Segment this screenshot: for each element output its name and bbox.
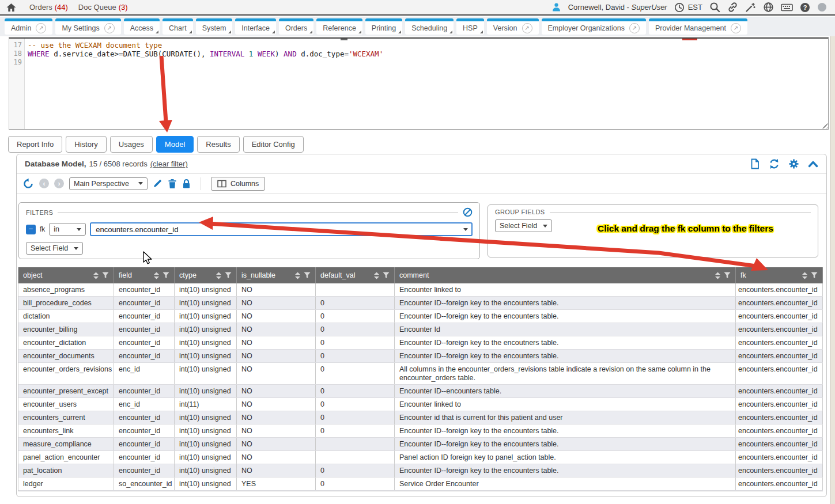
table-row-encounter-billing[interactable]: encounter_billingencounter_idint(10) uns…	[18, 323, 823, 336]
filter-funnel-icon[interactable]	[811, 272, 818, 279]
help-icon[interactable]: ?	[800, 2, 810, 13]
table-row-encounter-present-except[interactable]: encounter_present_exceptencounter_idint(…	[18, 385, 823, 398]
clock-icon[interactable]	[674, 2, 685, 13]
table-row-encounters-current[interactable]: encounters_currentencounter_idint(10) un…	[18, 411, 823, 425]
sort-icon[interactable]	[373, 272, 380, 279]
link-icon[interactable]	[727, 2, 738, 13]
column-header-ctype[interactable]: ctype	[175, 267, 237, 283]
table-row-absence-programs[interactable]: absence_programsencounter_idint(10) unsi…	[18, 283, 823, 297]
input-dropdown-caret[interactable]	[463, 228, 468, 231]
sort-icon[interactable]	[93, 272, 99, 279]
add-filter-field-select[interactable]: Select Field	[26, 242, 83, 255]
table-row-encounter-dictation[interactable]: encounter_dictationencounter_idint(10) u…	[18, 336, 823, 350]
filter-funnel-icon[interactable]	[383, 272, 390, 279]
nav-tab-orders[interactable]: Orders	[279, 18, 313, 35]
cell-is-nullable: NO	[237, 297, 316, 309]
filter-funnel-icon[interactable]	[304, 272, 311, 279]
nav-tab-access[interactable]: Access	[124, 18, 160, 35]
filter-operator-select[interactable]: in	[49, 223, 86, 236]
external-link-icon[interactable]: ↗	[104, 23, 115, 33]
filter-funnel-icon[interactable]	[163, 272, 169, 279]
clear-filter-link[interactable]: (clear filter)	[150, 160, 188, 168]
user-name[interactable]: Cornewell, David - SuperUser	[568, 3, 667, 12]
tab-report-info[interactable]: Report Info	[8, 136, 62, 153]
tab-model[interactable]: Model	[156, 136, 194, 153]
table-row-ledger[interactable]: ledgerso_encounter_idint(10) unsignedYES…	[18, 478, 823, 491]
external-link-icon[interactable]: ↗	[731, 23, 741, 33]
cell-field: encounter_id	[114, 385, 175, 397]
column-header-field[interactable]: field	[114, 267, 175, 283]
lock-icon[interactable]	[182, 179, 191, 189]
editor-code[interactable]: -- use the WCEXAM document typeWHERE d.s…	[25, 39, 828, 129]
sql-editor[interactable]: 171819 -- use the WCEXAM document typeWH…	[9, 37, 829, 130]
perspective-select[interactable]: Main Perspective	[69, 177, 148, 190]
group-field-select[interactable]: Select Field	[495, 219, 552, 232]
columns-button[interactable]: Columns	[211, 177, 265, 191]
tab-editor-config[interactable]: Editor Config	[243, 136, 304, 153]
delete-trash-icon[interactable]	[168, 179, 177, 189]
filter-funnel-icon[interactable]	[225, 272, 232, 279]
table-row-panel-action-encounter[interactable]: panel_action_encounterencounter_idint(10…	[18, 451, 823, 464]
nav-tab-provider-management[interactable]: Provider Management↗	[649, 18, 747, 35]
sort-icon[interactable]	[715, 272, 721, 279]
nav-tab-employer-organizations[interactable]: Employer Organizations↗	[542, 18, 646, 35]
table-row-bill-procedure-codes[interactable]: bill_procedure_codesencounter_idint(10) …	[18, 297, 823, 310]
queue-link-doc-queue[interactable]: Doc Queue (3)	[78, 3, 128, 12]
clear-filters-icon[interactable]	[463, 207, 473, 217]
column-header-is-nullable[interactable]: is_nullable	[237, 267, 316, 283]
nav-tab-my-settings[interactable]: My Settings↗	[55, 18, 120, 35]
cell-field: encounter_id	[114, 451, 175, 464]
cell-fk: encounters.encounter_id	[736, 411, 823, 424]
globe-icon[interactable]	[763, 2, 774, 13]
sort-icon[interactable]	[216, 272, 222, 279]
edit-pencil-icon[interactable]	[153, 179, 163, 188]
nav-tab-system[interactable]: System	[196, 18, 233, 35]
tab-history[interactable]: History	[66, 136, 106, 153]
refresh-icon[interactable]	[769, 158, 780, 169]
remove-filter-button[interactable]: −	[26, 225, 36, 234]
external-link-icon[interactable]: ↗	[522, 23, 532, 33]
table-row-measure-compliance[interactable]: measure_complianceencounter_idint(10) un…	[18, 438, 823, 451]
filter-funnel-icon[interactable]	[102, 272, 109, 279]
tab-results[interactable]: Results	[197, 136, 239, 153]
nav-tab-hsp[interactable]: HSP	[456, 18, 484, 35]
external-link-icon[interactable]: ↗	[629, 23, 640, 33]
table-row-encounters-link[interactable]: encounters_linkencounter_idint(10) unsig…	[18, 425, 823, 438]
cell-is-nullable: NO	[237, 310, 316, 323]
column-header-comment[interactable]: comment	[395, 267, 736, 283]
nav-tab-reference[interactable]: Reference	[316, 18, 362, 35]
table-row-encounter-orders-revisions[interactable]: encounter_orders_revisionsenc_idint(10) …	[18, 363, 823, 385]
column-label: comment	[399, 271, 712, 279]
tab-usages[interactable]: Usages	[110, 136, 153, 153]
undo-icon[interactable]	[22, 178, 34, 190]
nav-tab-chart[interactable]: Chart	[163, 18, 193, 35]
keyboard-icon[interactable]	[781, 3, 793, 12]
column-header-object[interactable]: object	[18, 267, 114, 283]
document-icon[interactable]	[750, 158, 760, 169]
filter-funnel-icon[interactable]	[724, 272, 731, 279]
table-row-encounter-documents[interactable]: encounter_documentsencounter_idint(10) u…	[18, 350, 823, 363]
history-forward-button[interactable]: ›	[54, 179, 64, 188]
sort-icon[interactable]	[153, 272, 160, 279]
sort-icon[interactable]	[802, 272, 808, 279]
table-row-encounter-users[interactable]: encounter_usersenc_idint(11)NO0Encounter…	[18, 398, 823, 411]
column-header-fk[interactable]: fk	[736, 267, 823, 283]
queue-link-orders[interactable]: Orders (44)	[29, 3, 68, 12]
history-back-button[interactable]: ‹	[39, 179, 49, 188]
external-link-icon[interactable]: ↗	[36, 23, 46, 33]
sort-icon[interactable]	[294, 272, 301, 279]
home-icon[interactable]	[6, 2, 17, 13]
nav-tab-admin[interactable]: Admin↗	[5, 18, 52, 35]
gear-icon[interactable]	[788, 158, 799, 169]
filter-value-input[interactable]	[90, 222, 473, 236]
collapse-chevron-icon[interactable]	[808, 160, 818, 168]
table-row-pat-location[interactable]: pat_locationencounter_idint(10) unsigned…	[18, 464, 823, 478]
nav-tab-printing[interactable]: Printing	[365, 18, 402, 35]
search-icon[interactable]	[709, 2, 720, 13]
nav-tab-version[interactable]: Version↗	[487, 18, 539, 35]
nav-tab-interface[interactable]: Interface	[235, 18, 276, 35]
wand-icon[interactable]	[745, 2, 756, 13]
nav-tab-scheduling[interactable]: Scheduling	[405, 18, 454, 35]
column-header-default-val[interactable]: default_val	[316, 267, 395, 283]
table-row-dictation[interactable]: dictationencounter_idint(10) unsignedNO0…	[18, 310, 823, 323]
